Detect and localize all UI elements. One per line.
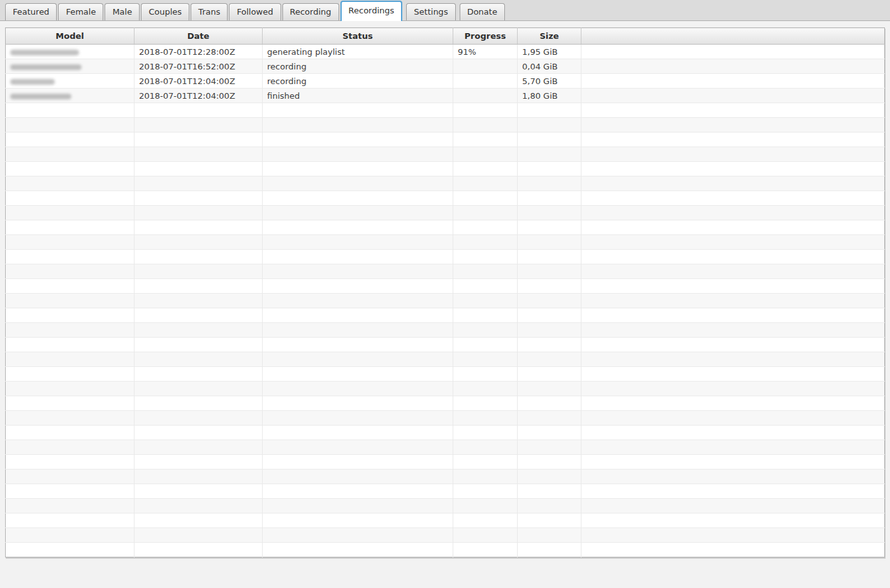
cell-model <box>6 440 135 455</box>
cell-size: 0,04 GiB <box>518 59 581 74</box>
cell-status <box>263 176 453 191</box>
cell-date <box>135 455 263 470</box>
table-row[interactable] <box>6 264 885 279</box>
cell-extra <box>581 499 885 513</box>
tab-recordings[interactable]: Recordings <box>340 1 403 21</box>
cell-progress <box>453 396 518 411</box>
tab-featured[interactable]: Featured <box>5 3 57 20</box>
table-row[interactable] <box>6 352 885 367</box>
column-header-date[interactable]: Date <box>135 28 263 45</box>
table-row[interactable]: 2018-07-01T16:52:00Z recording 0,04 GiB <box>6 59 885 74</box>
table-row[interactable] <box>6 396 885 411</box>
cell-date <box>135 499 263 513</box>
table-row[interactable] <box>6 133 885 147</box>
table-row[interactable] <box>6 147 885 162</box>
table-row[interactable] <box>6 235 885 250</box>
table-row[interactable] <box>6 162 885 176</box>
table-row[interactable] <box>6 308 885 323</box>
table-row[interactable]: 2018-07-01T12:28:00Z generating playlist… <box>6 45 885 59</box>
cell-extra <box>581 396 885 411</box>
cell-size <box>518 264 581 279</box>
cell-progress <box>453 118 518 133</box>
cell-model <box>6 308 135 323</box>
cell-status <box>263 352 453 367</box>
cell-extra <box>581 118 885 133</box>
cell-date: 2018-07-01T12:04:00Z <box>135 74 263 89</box>
table-row[interactable] <box>6 176 885 191</box>
cell-model <box>6 250 135 264</box>
table-row[interactable] <box>6 250 885 264</box>
table-row[interactable] <box>6 411 885 426</box>
table-row[interactable] <box>6 338 885 352</box>
cell-size <box>518 528 581 543</box>
cell-progress <box>453 426 518 440</box>
cell-status <box>263 294 453 308</box>
table-row[interactable] <box>6 382 885 396</box>
column-header-progress[interactable]: Progress <box>453 28 518 45</box>
cell-date <box>135 250 263 264</box>
cell-extra <box>581 440 885 455</box>
table-row[interactable]: 2018-07-01T12:04:00Z finished 1,80 GiB <box>6 89 885 103</box>
tab-male[interactable]: Male <box>105 3 140 20</box>
cell-status <box>263 323 453 338</box>
cell-progress <box>453 103 518 118</box>
table-row[interactable] <box>6 367 885 382</box>
cell-size <box>518 352 581 367</box>
cell-date <box>135 103 263 118</box>
cell-extra <box>581 89 885 103</box>
table-row[interactable] <box>6 103 885 118</box>
table-row[interactable] <box>6 118 885 133</box>
column-header-size[interactable]: Size <box>518 28 581 45</box>
cell-progress <box>453 323 518 338</box>
table-row[interactable] <box>6 279 885 294</box>
cell-model <box>6 484 135 499</box>
cell-status <box>263 308 453 323</box>
tab-trans[interactable]: Trans <box>191 3 228 20</box>
cell-size <box>518 191 581 206</box>
cell-extra <box>581 352 885 367</box>
cell-model <box>6 235 135 250</box>
tab-donate[interactable]: Donate <box>460 3 505 20</box>
cell-date <box>135 206 263 220</box>
cell-date: 2018-07-01T12:28:00Z <box>135 45 263 59</box>
tab-settings[interactable]: Settings <box>406 3 455 20</box>
table-row[interactable] <box>6 484 885 499</box>
table-row[interactable] <box>6 513 885 528</box>
table-row[interactable] <box>6 426 885 440</box>
cell-model <box>6 294 135 308</box>
tab-recording[interactable]: Recording <box>282 3 339 20</box>
cell-date <box>135 264 263 279</box>
table-row[interactable] <box>6 294 885 308</box>
table-row[interactable] <box>6 528 885 543</box>
column-header-model[interactable]: Model <box>6 28 135 45</box>
cell-status <box>263 440 453 455</box>
cell-progress <box>453 162 518 176</box>
cell-status <box>263 206 453 220</box>
cell-date: 2018-07-01T12:04:00Z <box>135 89 263 103</box>
table-row[interactable] <box>6 440 885 455</box>
table-row[interactable] <box>6 499 885 513</box>
cell-model <box>6 323 135 338</box>
column-header-status[interactable]: Status <box>263 28 453 45</box>
tab-female[interactable]: Female <box>58 3 103 20</box>
cell-extra <box>581 470 885 484</box>
table-row[interactable] <box>6 220 885 235</box>
table-row[interactable] <box>6 455 885 470</box>
tab-couples[interactable]: Couples <box>141 3 189 20</box>
table-row[interactable] <box>6 543 885 557</box>
table-row[interactable] <box>6 191 885 206</box>
table-row[interactable] <box>6 323 885 338</box>
cell-size <box>518 323 581 338</box>
cell-progress <box>453 59 518 74</box>
cell-progress <box>453 352 518 367</box>
redacted-model-name <box>10 50 79 55</box>
table-row[interactable] <box>6 470 885 484</box>
table-row[interactable] <box>6 206 885 220</box>
cell-status <box>263 103 453 118</box>
cell-model <box>6 528 135 543</box>
cell-model <box>6 89 135 103</box>
tab-followed[interactable]: Followed <box>229 3 281 20</box>
cell-date <box>135 543 263 557</box>
table-row[interactable]: 2018-07-01T12:04:00Z recording 5,70 GiB <box>6 74 885 89</box>
cell-date <box>135 470 263 484</box>
